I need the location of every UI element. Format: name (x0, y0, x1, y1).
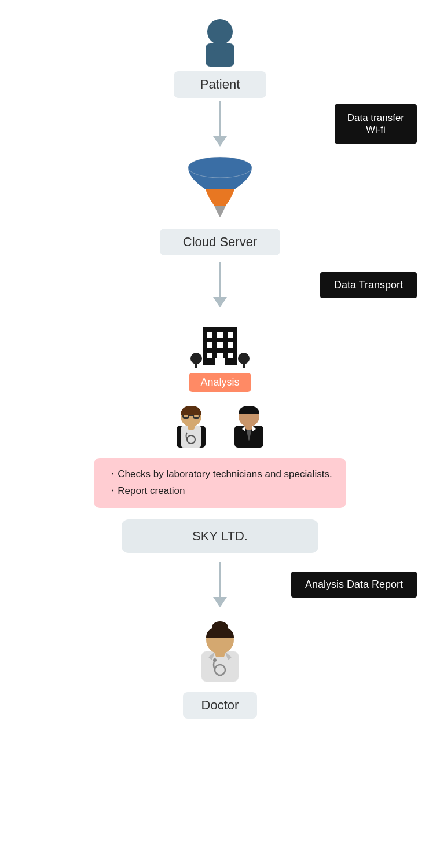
svg-rect-41 (215, 651, 225, 657)
svg-rect-7 (217, 332, 223, 338)
svg-point-1 (207, 19, 233, 45)
info-box: ・Checks by laboratory technicians and sp… (94, 458, 346, 508)
svg-rect-15 (215, 358, 225, 365)
funnel-icon (182, 155, 258, 224)
svg-rect-13 (217, 353, 223, 358)
arrow2 (213, 262, 227, 307)
analysis-report-label: Analysis Data Report (291, 572, 417, 598)
info-line1: ・Checks by laboratory technicians and sp… (108, 466, 332, 483)
svg-rect-19 (243, 363, 245, 368)
patient-label: Patient (174, 71, 266, 98)
building-icon (188, 316, 252, 371)
svg-rect-31 (245, 425, 252, 430)
data-transfer-label: Data transfer Wi-fi (335, 104, 417, 144)
arrow1-row: Data transfer Wi-fi (0, 98, 440, 150)
specialist-icon (226, 398, 272, 450)
arrow3-row: Analysis Data Report (0, 559, 440, 611)
svg-point-16 (190, 353, 202, 364)
svg-rect-9 (207, 342, 212, 348)
flow-diagram: Patient Data transfer Wi-fi Cloud Server (0, 12, 440, 719)
info-line2: ・Report creation (108, 483, 332, 500)
svg-rect-2 (213, 42, 227, 51)
svg-point-38 (213, 658, 217, 662)
doctor-label: Doctor (183, 692, 258, 719)
analysis-badge: Analysis (189, 373, 251, 392)
svg-rect-14 (228, 353, 233, 358)
arrow2-row: Data Transport (0, 259, 440, 311)
cloud-server-label: Cloud Server (160, 229, 280, 255)
svg-rect-8 (228, 332, 233, 338)
svg-rect-12 (207, 353, 212, 358)
svg-point-18 (238, 353, 250, 364)
svg-rect-10 (217, 342, 223, 348)
sky-ltd-label: SKY LTD. (122, 519, 318, 553)
data-transport-label: Data Transport (320, 272, 417, 298)
people-row (168, 398, 272, 450)
arrow1 (213, 101, 227, 147)
arrow3 (213, 562, 227, 607)
doctor-icon (191, 617, 249, 686)
svg-rect-11 (228, 342, 233, 348)
svg-rect-6 (207, 332, 212, 338)
svg-rect-17 (195, 363, 197, 368)
svg-rect-27 (188, 425, 195, 430)
patient-icon (194, 12, 246, 67)
lab-technician-icon (168, 398, 214, 450)
